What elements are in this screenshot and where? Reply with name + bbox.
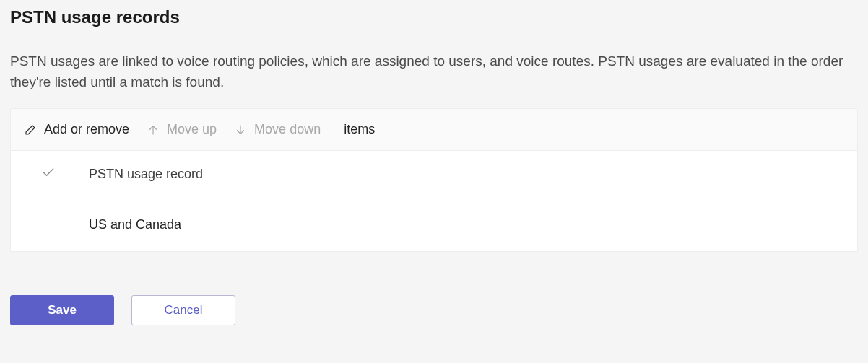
cancel-button[interactable]: Cancel bbox=[131, 295, 235, 325]
add-or-remove-button[interactable]: Add or remove bbox=[24, 122, 129, 137]
add-or-remove-label: Add or remove bbox=[44, 122, 129, 137]
arrow-up-icon bbox=[147, 123, 160, 136]
move-down-button[interactable]: Move down bbox=[234, 122, 321, 137]
column-header-name: PSTN usage record bbox=[89, 167, 844, 182]
footer-actions: Save Cancel bbox=[10, 295, 858, 325]
toolbar: Add or remove Move up bbox=[11, 109, 857, 151]
records-panel: Add or remove Move up bbox=[10, 108, 858, 252]
save-button[interactable]: Save bbox=[10, 295, 114, 325]
row-name-cell: US and Canada bbox=[89, 217, 844, 232]
move-up-button[interactable]: Move up bbox=[147, 122, 217, 137]
items-label: items bbox=[344, 122, 375, 137]
page-description: PSTN usages are linked to voice routing … bbox=[10, 51, 848, 92]
select-all-column[interactable] bbox=[24, 165, 89, 183]
table-row[interactable]: US and Canada bbox=[11, 198, 857, 251]
move-up-label: Move up bbox=[167, 122, 217, 137]
arrow-down-icon bbox=[234, 123, 247, 136]
edit-icon bbox=[24, 123, 37, 136]
table-header-row: PSTN usage record bbox=[11, 151, 857, 198]
move-down-label: Move down bbox=[254, 122, 321, 137]
page-title: PSTN usage records bbox=[10, 7, 858, 35]
checkmark-icon bbox=[24, 165, 56, 183]
